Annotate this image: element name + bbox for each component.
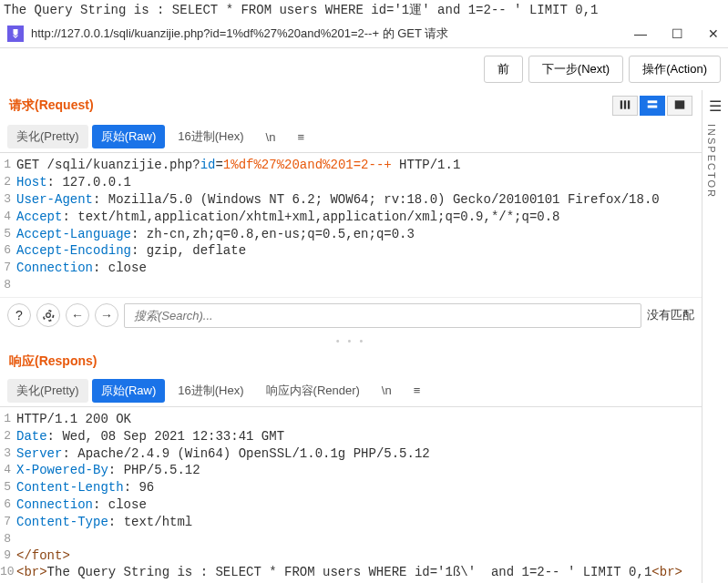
request-code[interactable]: 1GET /sqli/kuanzijie.php?id=1%df%27%20an… — [0, 153, 702, 297]
request-search-bar: ? ← → 没有匹配 — [0, 297, 702, 333]
code-line: 4X-Powered-By: PHP/5.5.12 — [0, 462, 702, 479]
code-line: 7Connection: close — [0, 260, 702, 277]
code-line: 2Host: 127.0.0.1 — [0, 174, 702, 191]
code-line: 6Accept-Encoding: gzip, deflate — [0, 242, 702, 260]
request-nomatch-label: 没有匹配 — [647, 307, 694, 323]
tab-more-menu[interactable]: ≡ — [288, 127, 313, 148]
inspector-label: INSPECTOR — [706, 124, 717, 199]
help-button[interactable]: ? — [7, 303, 31, 327]
close-button[interactable]: ✕ — [706, 26, 721, 41]
code-line: 3Server: Apache/2.4.9 (Win64) OpenSSL/1.… — [0, 445, 702, 463]
next-button[interactable]: 下一步(Next) — [528, 56, 623, 83]
tab-hex[interactable]: 16进制(Hex) — [169, 125, 252, 148]
window-title: http://127.0.0.1/sqli/kuanzijie.php?id=1… — [31, 26, 622, 42]
settings-button[interactable] — [36, 303, 60, 327]
app-icon — [7, 26, 24, 42]
request-search-input[interactable] — [124, 303, 641, 328]
code-line: 8 — [0, 277, 702, 293]
resp-tab-newline[interactable]: \n — [373, 380, 401, 401]
request-section-title: 请求(Request) — [9, 97, 612, 114]
tab-raw[interactable]: 原始(Raw) — [92, 125, 166, 148]
svg-rect-1 — [624, 100, 626, 108]
svg-rect-5 — [675, 100, 685, 108]
code-line: 2Date: Wed, 08 Sep 2021 12:33:41 GMT — [0, 428, 702, 445]
resp-tab-raw[interactable]: 原始(Raw) — [92, 379, 166, 403]
inspector-sidebar: ☰ INSPECTOR — [702, 90, 728, 583]
svg-rect-3 — [648, 100, 658, 103]
response-tabs: 美化(Pretty) 原始(Raw) 16进制(Hex) 响应内容(Render… — [0, 375, 702, 407]
code-line: 1HTTP/1.1 200 OK — [0, 411, 702, 428]
code-line: 6Connection: close — [0, 496, 702, 514]
view-rows-button[interactable] — [640, 96, 665, 116]
tab-newline[interactable]: \n — [257, 127, 285, 148]
top-query-text: The Query String is : SELECT * FROM user… — [0, 0, 728, 20]
request-tabs: 美化(Pretty) 原始(Raw) 16进制(Hex) \n ≡ — [0, 121, 702, 153]
svg-rect-2 — [628, 100, 630, 108]
code-line: 8 — [0, 531, 702, 547]
code-line: 10<br>The Query String is : SELECT * FRO… — [0, 564, 702, 581]
next-match-button[interactable]: → — [95, 303, 118, 327]
resize-handle[interactable]: • • • — [0, 333, 702, 348]
resp-tab-render[interactable]: 响应内容(Render) — [257, 379, 369, 403]
prev-button[interactable]: 前 — [484, 56, 523, 83]
resp-tab-pretty[interactable]: 美化(Pretty) — [7, 379, 88, 403]
code-line: 3User-Agent: Mozilla/5.0 (Windows NT 6.2… — [0, 191, 702, 209]
resp-tab-hex[interactable]: 16进制(Hex) — [169, 379, 252, 403]
code-line: 7Content-Type: text/html — [0, 514, 702, 531]
action-button[interactable]: 操作(Action) — [629, 56, 721, 83]
window-titlebar: http://127.0.0.1/sqli/kuanzijie.php?id=1… — [0, 20, 728, 48]
resp-tab-more-menu[interactable]: ≡ — [405, 380, 430, 401]
tab-pretty[interactable]: 美化(Pretty) — [7, 125, 88, 148]
response-code[interactable]: 1HTTP/1.1 200 OK2Date: Wed, 08 Sep 2021 … — [0, 407, 702, 583]
toolbar-actions: 前 下一步(Next) 操作(Action) — [0, 48, 728, 90]
view-columns-button[interactable] — [612, 96, 638, 116]
svg-rect-4 — [648, 105, 658, 107]
code-line: 4Accept: text/html,application/xhtml+xml… — [0, 209, 702, 226]
view-layout-toggle — [612, 96, 692, 116]
maximize-button[interactable]: ☐ — [670, 26, 684, 41]
minimize-button[interactable]: — — [633, 26, 648, 41]
inspector-toggle-icon[interactable]: ☰ — [706, 97, 724, 115]
prev-match-button[interactable]: ← — [66, 303, 89, 327]
code-line: 1GET /sqli/kuanzijie.php?id=1%df%27%20an… — [0, 157, 702, 174]
code-line: 9</font> — [0, 547, 702, 565]
code-line: 5Content-Length: 96 — [0, 479, 702, 496]
response-section-title: 响应(Respons) — [9, 353, 692, 370]
code-line: 5Accept-Language: zh-cn,zh;q=0.8,en-us;q… — [0, 226, 702, 243]
view-single-button[interactable] — [667, 96, 692, 116]
svg-rect-0 — [620, 100, 622, 108]
